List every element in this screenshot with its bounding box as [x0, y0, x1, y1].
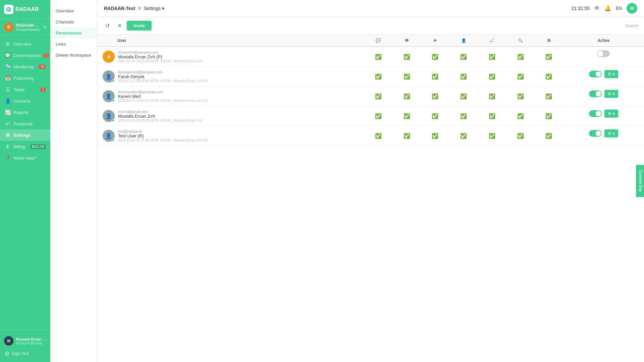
action-button[interactable]: ⚙ ▾	[604, 110, 618, 118]
col-user: User	[97, 35, 364, 47]
header-workspace-icon[interactable]: ≡	[138, 5, 141, 11]
sidebar-item-settings[interactable]: ⚙ Settings	[0, 129, 50, 141]
active-toggle[interactable]	[589, 130, 602, 137]
perm-checkbox-cell[interactable]: ✅	[506, 47, 535, 67]
check-icon: ✅	[375, 113, 382, 119]
perm-checkbox-cell[interactable]: ✅	[421, 47, 449, 67]
perm-checkbox-cell[interactable]: ✅	[478, 47, 506, 67]
perm-checkbox-cell[interactable]: ✅	[506, 86, 535, 106]
passbook-icon: 🏷	[5, 121, 11, 126]
tasks-icon: ☰	[5, 87, 11, 92]
sidebar-item-contacts[interactable]: 👤 Contacts	[0, 95, 50, 107]
sidebar-item-tasks[interactable]: ☰ Tasks 3	[0, 84, 50, 95]
perm-checkbox-cell[interactable]: ✅	[392, 86, 421, 106]
sec-nav-delete-workspace[interactable]: Delete Workspace	[50, 50, 97, 61]
user-cell: 👤 erzırh@gmail.com Mustafa Ercan Zırh 20…	[97, 106, 364, 126]
perm-checkbox-cell[interactable]: ✅	[535, 86, 563, 106]
sec-nav-overview[interactable]: Overview	[50, 5, 97, 16]
sidebar-item-reports[interactable]: 📈 Reports	[0, 107, 50, 118]
check-icon: ✅	[432, 133, 438, 139]
perm-checkbox-cell[interactable]: ✅	[421, 106, 449, 126]
bell-button[interactable]: 🔔	[604, 5, 611, 11]
sidebar-item-passbook[interactable]: 🏷 Passbook	[0, 118, 50, 129]
sidebar-item-publishing[interactable]: 📅 Publishing	[0, 72, 50, 84]
perm-checkbox-cell[interactable]: ✅	[478, 86, 506, 106]
perm-checkbox-cell[interactable]: ✅	[364, 106, 392, 126]
perm-checkbox-cell[interactable]: ✅	[364, 86, 392, 106]
refresh-button[interactable]: ↺	[103, 21, 112, 31]
sidebar-item-needhelp[interactable]: ❓ Need Help?	[0, 152, 50, 164]
action-button[interactable]: ⚙ ▾	[604, 129, 618, 137]
main-content: RADAAR-Test ≡ Settings ▾ 21:31:55 👁 🔔 EN…	[97, 0, 644, 362]
perm-checkbox-cell[interactable]: ✅	[449, 106, 478, 126]
perm-checkbox-cell[interactable]: ✅	[449, 126, 478, 146]
perm-checkbox-cell[interactable]: ✅	[478, 106, 506, 126]
perm-checkbox-cell[interactable]: ✅	[535, 67, 563, 86]
svg-text:R: R	[7, 8, 10, 11]
action-button[interactable]: ⚙ ▾	[604, 70, 618, 78]
current-user[interactable]: M Mustafa Ercan Zır... ercanzırh@pompaa.…	[0, 334, 50, 348]
perm-checkbox-cell[interactable]: ✅	[535, 106, 563, 126]
perm-checkbox-cell[interactable]: ✅	[364, 47, 392, 67]
action-button[interactable]: ⚙ ▾	[604, 90, 618, 98]
settings-label: Settings	[144, 6, 161, 11]
user-name: Mustafa Ercan Zırh	[118, 114, 203, 119]
language-button[interactable]: EN	[616, 6, 622, 11]
perm-checkbox-cell[interactable]: ✅	[392, 47, 421, 67]
perm-checkbox-cell[interactable]: ✅	[535, 126, 563, 146]
check-icon: ✅	[432, 74, 438, 79]
check-icon: ✅	[460, 54, 467, 60]
workspace-avatar: R	[4, 22, 13, 32]
perm-checkbox-cell[interactable]: ✅	[478, 67, 506, 86]
eye-button[interactable]: 👁	[594, 5, 600, 11]
perm-checkbox-cell[interactable]: ✅	[364, 67, 392, 86]
sign-out-button[interactable]: ⏻ Sign Out	[0, 348, 50, 359]
sidebar-item-monitoring[interactable]: 📡 Monitoring 38	[0, 61, 50, 72]
user-profile-button[interactable]: M	[627, 3, 637, 14]
perm-checkbox-cell[interactable]: ✅	[364, 126, 392, 146]
sidebar-item-overview[interactable]: ⊞ Overview	[0, 38, 50, 50]
sidebar: R RADAAR R RADAAR-Test Europe/Istanbul ≡…	[0, 0, 50, 362]
sidebar-item-label: Publishing	[13, 76, 34, 81]
perm-checkbox-cell[interactable]: ✅	[421, 67, 449, 86]
user-meta: 2019-10-26 17:51:39 (GTM +03:00) , Musta…	[118, 138, 208, 142]
perm-checkbox-cell[interactable]: ✅	[535, 47, 563, 67]
perm-checkbox-cell[interactable]: ✅	[392, 106, 421, 126]
active-cell: ⚙ ▾	[563, 106, 644, 121]
sec-nav-channels[interactable]: Channels	[50, 16, 97, 27]
active-toggle[interactable]	[589, 71, 602, 77]
user-details: ercanzırh@pompaa.com Mustafa Ercan Zırh …	[118, 50, 203, 63]
sidebar-item-label: Reports	[13, 110, 29, 115]
perm-checkbox-cell[interactable]: ✅	[506, 106, 535, 126]
col-contacts: 👤	[449, 35, 478, 47]
workspace-switcher[interactable]: R RADAAR-Test Europe/Istanbul ≡	[0, 19, 50, 36]
sidebar-item-billing[interactable]: $ Billing $421.58	[0, 141, 50, 152]
perm-checkbox-cell[interactable]: ✅	[392, 67, 421, 86]
perm-checkbox-cell[interactable]: ✅	[421, 86, 449, 106]
perm-checkbox-cell[interactable]: ✅	[449, 67, 478, 86]
user-email: erzırh@gmail.com	[118, 110, 203, 114]
sec-nav-permissions[interactable]: Permissions	[50, 27, 97, 39]
perm-checkbox-cell[interactable]: ✅	[449, 47, 478, 67]
perm-checkbox-cell[interactable]: ✅	[449, 86, 478, 106]
perm-checkbox-cell[interactable]: ✅	[392, 126, 421, 146]
sec-nav-links[interactable]: Links	[50, 39, 97, 50]
perm-checkbox-cell[interactable]: ✅	[506, 67, 535, 86]
active-toggle[interactable]	[589, 110, 602, 117]
sidebar-item-conversations[interactable]: 💬 Conversations 2	[0, 50, 50, 61]
close-button[interactable]: ✕	[115, 21, 124, 31]
perm-checkbox-cell[interactable]: ✅	[506, 126, 535, 146]
user-name: Mustafa Ercan Zırh (P)	[118, 54, 203, 59]
active-toggle[interactable]	[597, 50, 610, 57]
custom-day-tab[interactable]: Custom Day	[636, 165, 644, 197]
active-toggle[interactable]	[589, 90, 602, 97]
perm-checkbox-cell[interactable]: ✅	[478, 126, 506, 146]
check-icon: ✅	[375, 94, 382, 99]
invite-button[interactable]: Invite	[127, 21, 152, 31]
user-details: keremozden@pompaa.com Kerem Mert 2020-04…	[118, 90, 208, 103]
app-logo[interactable]: R RADAAR	[0, 0, 50, 19]
check-icon: ✅	[489, 113, 495, 119]
perm-checkbox-cell[interactable]: ✅	[421, 126, 449, 146]
check-icon: ✅	[432, 94, 438, 99]
settings-dropdown[interactable]: Settings ▾	[144, 6, 164, 11]
